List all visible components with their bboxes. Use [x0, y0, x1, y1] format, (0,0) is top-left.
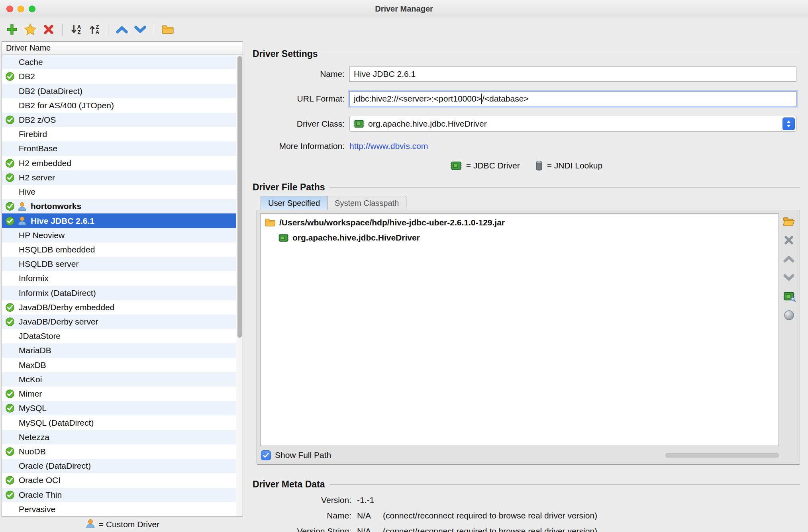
sort-ascending-button[interactable]: AZ: [68, 21, 84, 38]
enabled-check-icon: [5, 201, 17, 211]
tab-system-classpath[interactable]: System Classpath: [327, 196, 406, 210]
driver-list-item[interactable]: Firebird: [2, 127, 236, 141]
show-full-path-checkbox[interactable]: [261, 450, 271, 460]
driver-list-item[interactable]: JavaDB/Derby embedded: [2, 300, 236, 315]
driver-list-item[interactable]: HSQLDB server: [2, 257, 236, 271]
driver-list-item[interactable]: FrontBase: [2, 141, 236, 156]
url-format-input[interactable]: jdbc:hive2://<server>:<port10000>/<datab…: [349, 91, 796, 106]
driver-list-item[interactable]: DB2: [2, 69, 236, 84]
enabled-check-icon: [5, 490, 17, 500]
enabled-check-icon: [5, 72, 17, 81]
driver-list-item[interactable]: JDataStore: [2, 329, 236, 343]
driver-list-column-header[interactable]: Driver Name: [2, 42, 243, 55]
driver-list-item[interactable]: Oracle Thin: [2, 488, 236, 502]
driver-list-item[interactable]: Netezza: [2, 430, 236, 444]
driver-list-item[interactable]: H2 server: [2, 170, 236, 185]
sort-descending-button[interactable]: ZA: [86, 21, 102, 38]
driver-list-item[interactable]: MySQL (DataDirect): [2, 415, 236, 430]
driver-list-item[interactable]: Hive JDBC 2.6.1: [2, 213, 236, 228]
driver-list-item[interactable]: Informix (DataDirect): [2, 286, 236, 300]
driver-name-label: Oracle Thin: [19, 490, 62, 500]
move-path-down-button[interactable]: [782, 271, 796, 284]
driver-list-item[interactable]: DB2 (DataDirect): [2, 84, 236, 98]
driver-list-item[interactable]: HP Neoview: [2, 228, 236, 243]
favorite-driver-button[interactable]: [22, 21, 38, 38]
chevron-up-gray-icon: [783, 255, 795, 262]
titlebar: Driver Manager: [0, 0, 808, 18]
driver-list-item[interactable]: DB2 z/OS: [2, 113, 236, 127]
driver-list-item[interactable]: Cache: [2, 55, 236, 69]
driver-list-item[interactable]: H2 embedded: [2, 156, 236, 170]
driver-settings-form: Name: Hive JDBC 2.6.1 URL Format: jdbc:h…: [253, 66, 800, 151]
remove-path-button[interactable]: [782, 234, 796, 246]
dbvis-website-link[interactable]: http://www.dbvis.com: [349, 141, 428, 151]
enabled-check-icon: [5, 317, 17, 327]
combo-stepper-button[interactable]: [783, 117, 795, 130]
jdbc-chip-search-icon: [783, 291, 795, 301]
file-path-row[interactable]: /Users/wbu/workspace/hdp/hive-jdbc-uber-…: [261, 215, 779, 230]
scrollbar-thumb[interactable]: [237, 56, 242, 338]
file-list-hscrollbar[interactable]: [665, 453, 779, 458]
custom-driver-person-icon: [17, 201, 29, 211]
icon-legend: = JDBC Driver = JNDI Lookup: [253, 160, 800, 171]
move-path-up-button[interactable]: [782, 252, 796, 265]
tab-user-specified[interactable]: User Specified: [261, 196, 328, 210]
driver-list-item[interactable]: HSQLDB embedded: [2, 243, 236, 257]
toolbar-divider: [154, 23, 154, 36]
minimize-window-button[interactable]: [18, 6, 24, 12]
driver-list-scrollbar[interactable]: [236, 55, 243, 516]
driver-name-label: H2 embedded: [19, 158, 71, 168]
driver-list-item[interactable]: JavaDB/Derby server: [2, 315, 236, 329]
custom-driver-legend-label: = Custom Driver: [99, 520, 159, 529]
custom-driver-person-icon: [17, 216, 29, 226]
add-driver-button[interactable]: [4, 21, 20, 38]
driver-name-label: HP Neoview: [19, 231, 65, 240]
driver-list-item[interactable]: Pervasive: [2, 502, 236, 516]
driver-list-item[interactable]: Informix: [2, 271, 236, 286]
open-folder-button[interactable]: [160, 21, 176, 38]
plus-icon: [6, 23, 18, 35]
meta-row-version-string: Version String: N/A (connect/reconnect r…: [253, 526, 800, 532]
name-input[interactable]: Hive JDBC 2.6.1: [349, 66, 796, 82]
driver-name-label: NuoDB: [19, 447, 46, 456]
move-up-button[interactable]: [114, 21, 130, 38]
meta-row-name: Name: N/A (connect/reconnect required to…: [253, 511, 800, 520]
driver-name-label: Firebird: [19, 129, 47, 139]
star-icon: [24, 23, 37, 36]
download-driver-button[interactable]: [782, 309, 796, 321]
driver-name-label: MySQL: [19, 403, 47, 413]
driver-list-item[interactable]: Oracle OCI: [2, 473, 236, 487]
sort-za-icon: ZA: [90, 24, 99, 35]
chevron-down-blue-icon: [134, 25, 147, 34]
enabled-check-icon: [5, 403, 17, 413]
find-driver-class-button[interactable]: [782, 290, 796, 303]
file-path-row[interactable]: org.apache.hive.jdbc.HiveDriver: [261, 230, 779, 245]
driver-list-item[interactable]: DB2 for AS/400 (JTOpen): [2, 98, 236, 113]
remove-driver-button[interactable]: [41, 21, 57, 38]
driver-details-section: Driver Settings Name: Hive JDBC 2.6.1 UR…: [253, 41, 800, 532]
custom-driver-legend: = Custom Driver: [2, 517, 243, 532]
zoom-window-button[interactable]: [29, 6, 35, 12]
driver-list-item[interactable]: Hive: [2, 185, 236, 199]
driver-list: CacheDB2DB2 (DataDirect)DB2 for AS/400 (…: [2, 55, 236, 516]
driver-list-item[interactable]: Oracle (DataDirect): [2, 459, 236, 473]
driver-list-item[interactable]: NuoDB: [2, 444, 236, 459]
close-window-button[interactable]: [6, 6, 13, 12]
driver-name-label: Mimer: [19, 389, 42, 399]
driver-file-list[interactable]: /Users/wbu/workspace/hdp/hive-jdbc-uber-…: [260, 213, 779, 446]
driver-name-label: Hive: [19, 187, 35, 197]
driver-list-item[interactable]: MariaDB: [2, 343, 236, 358]
enabled-check-icon: [5, 475, 17, 485]
move-down-button[interactable]: [132, 21, 148, 38]
jdbc-chip-icon: [450, 161, 462, 170]
driver-list-item[interactable]: hortonworks: [2, 199, 236, 213]
driver-name-label: Pervasive: [19, 505, 55, 514]
driver-list-item[interactable]: Mimer: [2, 387, 236, 401]
open-file-chooser-button[interactable]: [782, 215, 796, 228]
driver-name-label: HSQLDB embedded: [19, 245, 95, 254]
driver-class-combo[interactable]: org.apache.hive.jdbc.HiveDriver: [349, 116, 796, 132]
driver-list-item[interactable]: MySQL: [2, 401, 236, 415]
driver-list-item[interactable]: MaxDB: [2, 358, 236, 372]
show-full-path-label: Show Full Path: [275, 450, 331, 460]
driver-list-item[interactable]: McKoi: [2, 372, 236, 387]
